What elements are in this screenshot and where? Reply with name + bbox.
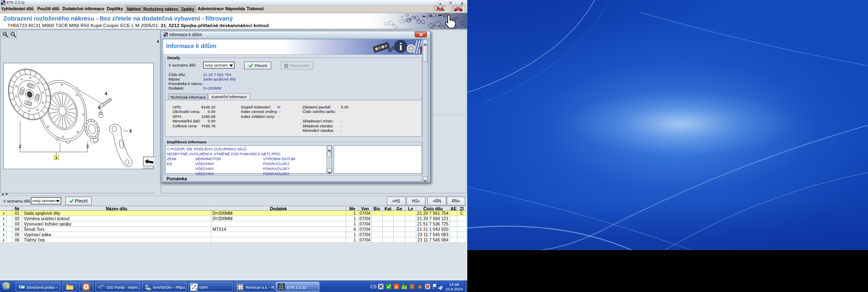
- svg-text:N: N: [196, 288, 197, 290]
- svg-text:5: 5: [129, 129, 132, 133]
- svg-text:1: 1: [55, 156, 58, 160]
- svg-text:4: 4: [105, 92, 107, 96]
- svg-text:2: 2: [19, 144, 21, 149]
- svg-text:6: 6: [98, 106, 101, 110]
- svg-text:i: i: [399, 41, 402, 53]
- svg-text:O: O: [395, 285, 398, 289]
- svg-text:E T K: E T K: [279, 288, 284, 290]
- svg-text:S: S: [191, 284, 193, 286]
- svg-text:00142176: 00142176: [143, 167, 154, 169]
- svg-text:3: 3: [86, 144, 89, 149]
